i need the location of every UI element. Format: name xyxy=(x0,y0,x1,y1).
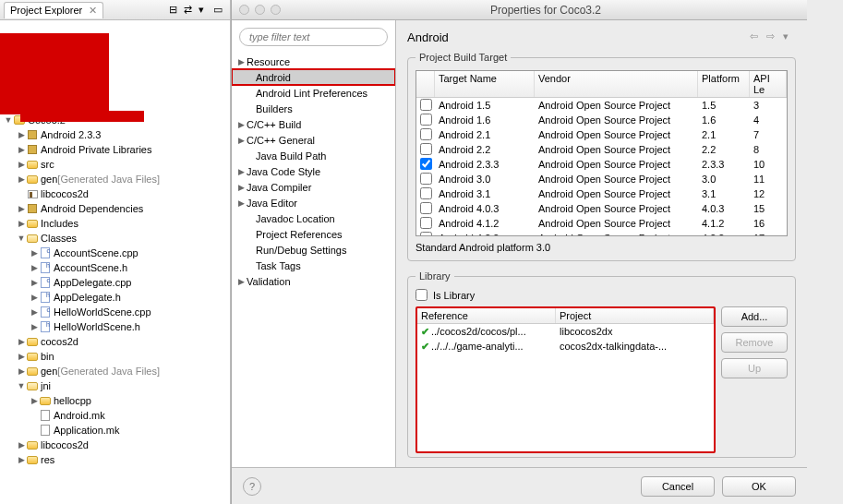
table-row[interactable]: Android 2.2Android Open Source Project2.… xyxy=(416,142,787,157)
table-row[interactable]: Android 4.0.3Android Open Source Project… xyxy=(416,201,787,216)
tree-row[interactable]: ▶src xyxy=(2,157,230,172)
target-checkbox[interactable] xyxy=(420,232,432,237)
tree-row[interactable]: ▶AppDelegate.h xyxy=(2,290,230,305)
disclosure-arrow-icon[interactable]: ▶ xyxy=(235,167,247,176)
target-checkbox[interactable] xyxy=(420,187,432,199)
category-tree[interactable]: ▶ResourceAndroidAndroid Lint Preferences… xyxy=(232,54,395,467)
table-row[interactable]: Android 2.1Android Open Source Project2.… xyxy=(416,127,787,142)
disclosure-arrow-icon[interactable]: ▶ xyxy=(30,246,39,260)
table-row[interactable]: Android 4.1.2Android Open Source Project… xyxy=(416,216,787,231)
table-row[interactable]: Android 4.2.2Android Open Source Project… xyxy=(416,231,787,236)
link-editor-icon[interactable]: ⇄ xyxy=(184,4,197,17)
table-row[interactable]: Android 3.0Android Open Source Project3.… xyxy=(416,172,787,186)
category-item[interactable]: Run/Debug Settings xyxy=(232,242,395,258)
category-item[interactable]: ▶Java Editor xyxy=(232,195,395,210)
up-button[interactable]: Up xyxy=(721,358,788,378)
tree-row[interactable]: ▶cocos2d xyxy=(2,334,230,349)
remove-button[interactable]: Remove xyxy=(721,332,788,353)
tree-row[interactable]: ▶libcocos2d xyxy=(2,438,230,452)
tree-row[interactable]: ▶hellocpp xyxy=(2,393,230,408)
explorer-tree[interactable]: ▼Coco3.2▶Android 2.3.3▶Android Private L… xyxy=(0,111,230,467)
disclosure-arrow-icon[interactable]: ▶ xyxy=(30,275,39,290)
target-checkbox[interactable] xyxy=(420,158,432,170)
disclosure-arrow-icon[interactable]: ▶ xyxy=(17,452,26,467)
tree-row[interactable]: Application.mk xyxy=(2,423,230,438)
view-menu-icon[interactable]: ▾ xyxy=(199,4,211,17)
target-checkbox[interactable] xyxy=(420,173,432,185)
table-row[interactable]: ✔../cocos2d/cocos/pl...libcocos2dx xyxy=(417,324,714,339)
disclosure-arrow-icon[interactable]: ▶ xyxy=(30,319,39,334)
zoom-window-icon[interactable] xyxy=(271,5,281,15)
col-api[interactable]: API Le xyxy=(750,71,787,97)
build-target-table[interactable]: Target Name Vendor Platform API Le Andro… xyxy=(415,70,788,236)
category-item[interactable]: Project References xyxy=(232,226,395,242)
col-target-name[interactable]: Target Name xyxy=(435,71,535,97)
disclosure-arrow-icon[interactable]: ▶ xyxy=(235,136,247,145)
category-item[interactable]: Java Build Path xyxy=(232,148,395,163)
library-reference-table[interactable]: Reference Project ✔../cocos2d/cocos/pl..… xyxy=(415,306,716,453)
disclosure-arrow-icon[interactable]: ▶ xyxy=(30,305,39,319)
close-window-icon[interactable] xyxy=(239,5,249,15)
disclosure-arrow-icon[interactable]: ▼ xyxy=(4,113,13,127)
tree-row[interactable]: ▼Classes xyxy=(2,231,230,246)
col-reference[interactable]: Reference xyxy=(417,308,556,323)
help-icon[interactable]: ? xyxy=(243,477,261,496)
tree-row[interactable]: ▶gen [Generated Java Files] xyxy=(2,364,230,378)
category-item[interactable]: Task Tags xyxy=(232,258,395,273)
category-item[interactable]: Android Lint Preferences xyxy=(232,85,395,101)
tree-row[interactable]: ▶HelloWorldScene.cpp xyxy=(2,305,230,319)
category-item[interactable]: Javadoc Location xyxy=(232,210,395,226)
tree-row[interactable]: ▼jni xyxy=(2,378,230,393)
project-explorer-tab[interactable]: Project Explorer ✕ xyxy=(4,2,103,18)
disclosure-arrow-icon[interactable]: ▶ xyxy=(17,216,26,231)
col-platform[interactable]: Platform xyxy=(698,71,750,97)
category-item[interactable]: ▶Resource xyxy=(232,54,395,69)
category-item[interactable]: ▶C/C++ Build xyxy=(232,116,395,132)
table-row[interactable]: Android 3.1Android Open Source Project3.… xyxy=(416,186,787,201)
category-item[interactable]: ▶C/C++ General xyxy=(232,132,395,148)
minimize-window-icon[interactable] xyxy=(255,5,265,15)
tree-row[interactable]: Android.mk xyxy=(2,408,230,423)
tree-row[interactable]: ▶AccountScene.h xyxy=(2,260,230,275)
disclosure-arrow-icon[interactable]: ▶ xyxy=(30,393,39,408)
dropdown-menu-icon[interactable]: ▾ xyxy=(783,30,796,43)
table-row[interactable]: Android 2.3.3Android Open Source Project… xyxy=(416,157,787,172)
disclosure-arrow-icon[interactable]: ▼ xyxy=(17,378,26,393)
table-row[interactable]: Android 1.6Android Open Source Project1.… xyxy=(416,113,787,127)
tree-row[interactable]: libcocos2d xyxy=(2,186,230,201)
disclosure-arrow-icon[interactable]: ▶ xyxy=(235,198,247,208)
target-checkbox[interactable] xyxy=(420,114,432,126)
close-icon[interactable]: ✕ xyxy=(89,5,97,16)
add-button[interactable]: Add... xyxy=(721,306,788,327)
ok-button[interactable]: OK xyxy=(722,476,796,497)
table-row[interactable]: ✔../../../game-analyti...cocos2dx-talkin… xyxy=(417,339,714,354)
col-vendor[interactable]: Vendor xyxy=(535,71,698,97)
is-library-checkbox[interactable] xyxy=(415,289,428,301)
disclosure-arrow-icon[interactable]: ▶ xyxy=(17,142,26,157)
disclosure-arrow-icon[interactable]: ▶ xyxy=(30,290,39,305)
tree-row[interactable]: ▶Android Dependencies xyxy=(2,201,230,216)
target-checkbox[interactable] xyxy=(420,99,432,111)
disclosure-arrow-icon[interactable]: ▶ xyxy=(17,172,26,186)
disclosure-arrow-icon[interactable]: ▼ xyxy=(17,231,26,246)
tree-row[interactable]: ▶res xyxy=(2,452,230,467)
forward-icon[interactable]: ⇨ xyxy=(766,30,779,43)
disclosure-arrow-icon[interactable]: ▶ xyxy=(17,157,26,172)
table-row[interactable]: Android 1.5Android Open Source Project1.… xyxy=(416,98,787,113)
disclosure-arrow-icon[interactable]: ▶ xyxy=(17,127,26,142)
tree-row[interactable]: ▶Android Private Libraries xyxy=(2,142,230,157)
tree-row[interactable]: ▶bin xyxy=(2,349,230,364)
category-item[interactable]: ▶Java Compiler xyxy=(232,179,395,195)
target-checkbox[interactable] xyxy=(420,143,432,155)
disclosure-arrow-icon[interactable]: ▶ xyxy=(235,183,247,192)
category-item[interactable]: Android xyxy=(232,69,395,85)
disclosure-arrow-icon[interactable]: ▶ xyxy=(17,201,26,216)
minimize-icon[interactable]: ▭ xyxy=(213,4,226,17)
disclosure-arrow-icon[interactable]: ▶ xyxy=(30,260,39,275)
target-checkbox[interactable] xyxy=(420,217,432,229)
disclosure-arrow-icon[interactable]: ▶ xyxy=(17,364,26,378)
category-item[interactable]: Builders xyxy=(232,101,395,116)
collapse-all-icon[interactable]: ⊟ xyxy=(169,4,182,17)
back-icon[interactable]: ⇦ xyxy=(750,30,763,43)
tree-row[interactable]: ▶AppDelegate.cpp xyxy=(2,275,230,290)
